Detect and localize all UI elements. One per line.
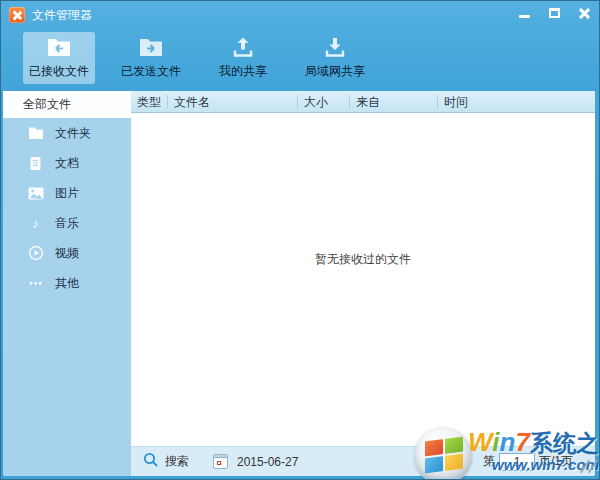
page-suffix: 页/1页 xyxy=(539,453,573,470)
calendar-icon[interactable] xyxy=(213,454,228,469)
maximize-button[interactable] xyxy=(539,1,569,25)
tab-label: 已接收文件 xyxy=(29,63,89,80)
app-icon xyxy=(9,7,25,23)
maximize-icon xyxy=(549,8,560,18)
tab-lan-share[interactable]: 局域网共享 xyxy=(299,32,371,84)
folder-send-icon xyxy=(138,34,164,60)
file-manager-window: 文件管理器 已接收文件 已发送文件 我的共享 xyxy=(0,0,600,480)
titlebar: 文件管理器 xyxy=(1,1,599,29)
sidebar-item-label: 视频 xyxy=(55,245,79,262)
close-button[interactable] xyxy=(569,1,599,25)
picture-icon xyxy=(27,187,44,200)
statusbar: 搜索 2015-06-27 第 页/1页 xyxy=(131,446,595,476)
sidebar-item-label: 其他 xyxy=(55,275,79,292)
window-controls xyxy=(509,1,599,29)
content-area: 全部文件 文件夹 文档 图片 ♪ 音乐 xyxy=(3,91,595,476)
sidebar-item-documents[interactable]: 文档 xyxy=(3,148,131,178)
video-play-icon xyxy=(27,245,44,261)
minimize-button[interactable] xyxy=(509,1,539,25)
file-list-panel: 类型 文件名 大小 来自 时间 暂无接收过的文件 搜索 2015-06-27 xyxy=(131,91,595,476)
empty-state-message: 暂无接收过的文件 xyxy=(131,251,595,268)
column-header-filename[interactable]: 文件名 xyxy=(167,95,297,109)
sidebar-item-label: 图片 xyxy=(55,185,79,202)
sidebar: 全部文件 文件夹 文档 图片 ♪ 音乐 xyxy=(3,91,131,476)
date-filter[interactable]: 2015-06-27 xyxy=(237,455,298,469)
lan-share-download-icon xyxy=(323,34,347,60)
sidebar-item-videos[interactable]: 视频 xyxy=(3,238,131,268)
tab-received-files[interactable]: 已接收文件 xyxy=(23,32,95,84)
window-title: 文件管理器 xyxy=(32,7,92,24)
sidebar-item-all-files[interactable]: 全部文件 xyxy=(3,91,131,118)
toolbar: 已接收文件 已发送文件 我的共享 局域网共享 xyxy=(1,29,599,91)
sidebar-item-label: 音乐 xyxy=(55,215,79,232)
sidebar-item-folders[interactable]: 文件夹 xyxy=(3,118,131,148)
close-icon xyxy=(578,7,591,20)
sidebar-item-label: 文档 xyxy=(55,155,79,172)
page-prefix: 第 xyxy=(483,453,495,470)
ellipsis-icon: ⋯ xyxy=(27,276,44,290)
column-header-size[interactable]: 大小 xyxy=(297,95,349,109)
column-header-time[interactable]: 时间 xyxy=(437,95,595,109)
sidebar-item-others[interactable]: ⋯ 其他 xyxy=(3,268,131,298)
pagination: 第 页/1页 xyxy=(483,453,573,471)
tab-label: 我的共享 xyxy=(219,63,267,80)
sidebar-item-label: 文件夹 xyxy=(55,125,91,142)
music-note-icon: ♪ xyxy=(27,216,44,230)
column-header-type[interactable]: 类型 xyxy=(131,95,167,109)
tab-my-shares[interactable]: 我的共享 xyxy=(207,32,279,84)
column-header-from[interactable]: 来自 xyxy=(349,95,437,109)
sidebar-item-music[interactable]: ♪ 音乐 xyxy=(3,208,131,238)
sidebar-item-pictures[interactable]: 图片 xyxy=(3,178,131,208)
file-table-header: 类型 文件名 大小 来自 时间 xyxy=(131,91,595,113)
folder-receive-icon xyxy=(46,34,72,60)
search-control[interactable]: 搜索 xyxy=(143,452,189,471)
share-upload-icon xyxy=(231,34,255,60)
minimize-icon xyxy=(519,15,530,18)
search-icon xyxy=(143,452,159,471)
document-icon xyxy=(27,156,44,171)
tab-label: 已发送文件 xyxy=(121,63,181,80)
tab-sent-files[interactable]: 已发送文件 xyxy=(115,32,187,84)
tab-label: 局域网共享 xyxy=(305,63,365,80)
page-number-input[interactable] xyxy=(499,453,535,471)
search-label: 搜索 xyxy=(165,453,189,470)
folder-icon xyxy=(27,126,44,140)
file-list-empty-area: 暂无接收过的文件 xyxy=(131,113,595,446)
